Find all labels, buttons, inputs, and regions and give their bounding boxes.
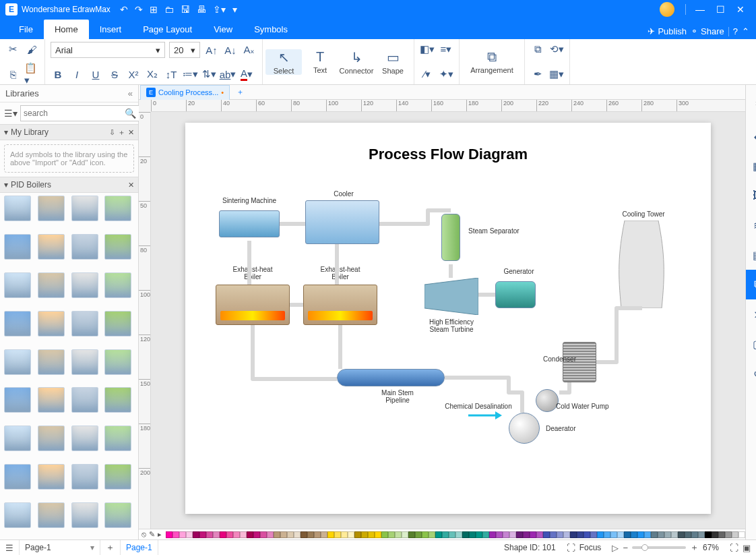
color-swatch[interactable] [469,531,476,538]
color-swatch[interactable] [678,531,685,538]
color-swatch[interactable] [516,531,523,538]
rotate-icon[interactable]: ⟲▾ [549,42,564,57]
symbol-item[interactable] [38,234,65,260]
steam-separator[interactable] [441,214,460,261]
main-pipeline[interactable] [337,369,445,386]
symbol-item[interactable] [104,502,131,528]
minimize-button[interactable]: — [690,4,710,15]
category-close-icon[interactable]: ✕ [128,181,134,189]
color-swatch[interactable] [368,531,375,538]
symbol-item[interactable] [71,502,98,528]
fit-page-icon[interactable]: ⛶ [730,543,738,553]
color-swatch[interactable] [354,531,361,538]
new-icon[interactable]: ⊞ [150,4,158,15]
page-panel-icon[interactable]: ▤ [746,240,757,270]
symbol-item[interactable] [4,387,31,413]
color-swatch[interactable] [199,531,206,538]
fill-panel-icon[interactable]: ◆ [746,121,757,151]
library-manager-icon[interactable]: ☰▾ [4,108,18,119]
qat-more-icon[interactable]: ▾ [232,4,237,15]
symbol-item[interactable] [38,272,65,298]
color-swatch[interactable] [637,531,644,538]
zoom-in-icon[interactable]: ＋ [690,542,699,554]
bullets-icon[interactable]: ≔▾ [183,67,197,82]
publish-button[interactable]: ✈Publish [648,26,687,36]
menu-home[interactable]: Home [44,20,89,39]
color-swatch[interactable] [240,531,247,538]
color-swatch[interactable] [523,531,530,538]
properties-panel-icon[interactable]: ⧉ [746,270,757,299]
color-swatch[interactable] [624,531,631,538]
italic-icon[interactable]: I [69,67,84,82]
color-swatch[interactable] [294,531,301,538]
color-swatch[interactable] [597,531,604,538]
cooler[interactable] [305,200,379,244]
symbol-item[interactable] [71,464,98,490]
color-swatch[interactable] [496,531,503,538]
cold-water-pump[interactable] [536,389,559,412]
strike-icon[interactable]: S [107,67,122,82]
color-swatch[interactable] [375,531,381,538]
color-swatch[interactable] [550,531,557,538]
symbol-item[interactable] [71,311,98,337]
fullscreen-icon[interactable]: ▣ [743,543,751,553]
symbol-item[interactable] [71,234,98,260]
symbol-item[interactable] [38,387,65,413]
symbol-item[interactable] [4,311,31,337]
color-swatch[interactable] [395,531,402,538]
increase-font-icon[interactable]: A↑ [204,42,219,57]
symbol-item[interactable] [104,426,131,451]
symbol-item[interactable] [104,311,131,337]
bold-icon[interactable]: B [51,67,65,82]
focus-label[interactable]: Focus [579,543,602,552]
color-swatch[interactable] [644,531,651,538]
color-swatch[interactable] [530,531,536,538]
my-library-header[interactable]: ▾My Library ⇩ ＋ ✕ [0,124,138,140]
symbol-item[interactable] [71,426,98,451]
color-swatch[interactable] [503,531,509,538]
cut-icon[interactable]: ✂ [5,42,20,57]
shuffle-icon[interactable]: ⤭ [746,299,757,329]
color-swatch[interactable] [226,531,233,538]
superscript-icon[interactable]: X² [126,67,141,82]
color-swatch[interactable] [388,531,395,538]
color-swatch[interactable] [738,531,745,538]
image-panel-icon[interactable]: 🖼 [746,181,757,210]
document-tab[interactable]: E Cooling Process... • [140,85,230,100]
symbol-item[interactable] [4,196,31,221]
color-swatch[interactable] [247,531,253,538]
color-swatch[interactable] [536,531,543,538]
menu-page-layout[interactable]: Page Layout [132,20,203,39]
decrease-font-icon[interactable]: A↓ [223,42,238,57]
color-swatch[interactable] [610,531,617,538]
symbol-item[interactable] [4,234,31,260]
canvas[interactable]: Process Flow Diagram Sintering Machine C… [151,112,745,529]
color-swatch[interactable] [442,531,449,538]
symbol-item[interactable] [38,426,65,451]
steam-turbine[interactable] [424,278,478,315]
color-swatch[interactable] [482,531,489,538]
symbol-item[interactable] [4,426,31,451]
clear-format-icon[interactable]: Aₓ [242,42,257,57]
select-tool[interactable]: ↖Select [265,49,302,75]
symbol-item[interactable] [104,349,131,375]
export-icon[interactable]: ⇪▾ [213,4,226,15]
play-icon[interactable]: ▷ [612,543,619,553]
symbol-item[interactable] [71,387,98,413]
color-swatch[interactable] [449,531,455,538]
symbol-item[interactable] [71,272,98,298]
symbol-item[interactable] [104,272,131,298]
layers-icon[interactable]: ▦▾ [549,67,564,82]
color-swatch[interactable] [307,531,314,538]
paste-icon[interactable]: 📋▾ [24,67,39,82]
present-icon[interactable]: ▢ [746,329,757,359]
color-swatch[interactable] [631,531,637,538]
focus-icon[interactable]: ⛶ [567,543,575,553]
color-swatch[interactable] [186,531,193,538]
color-swatch[interactable] [408,531,415,538]
color-swatch[interactable] [415,531,422,538]
eyedropper-icon[interactable]: ✒ [530,67,545,82]
text-direction-icon[interactable]: ↕T [164,67,179,82]
color-swatch[interactable] [698,531,705,538]
symbol-item[interactable] [38,196,65,221]
